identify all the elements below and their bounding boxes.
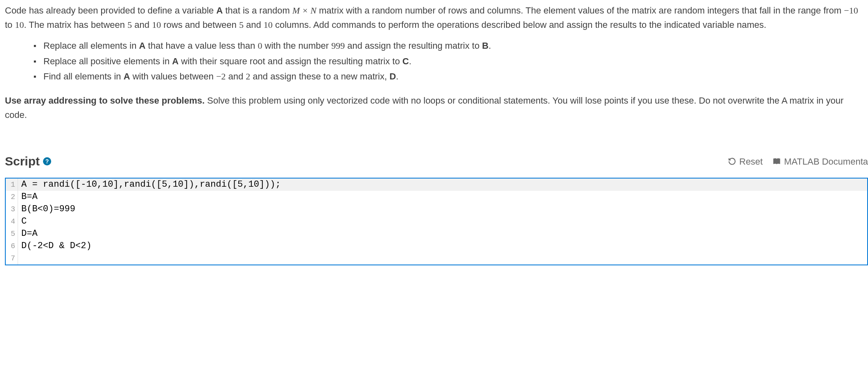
math-999: 999 [331,41,345,51]
text: matrix with a random number of rows and … [316,5,844,16]
text: to [5,20,15,30]
text: Replace all elements in [43,41,139,51]
script-title-wrap: Script ? [5,152,51,171]
docs-label: MATLAB Documenta [784,154,868,169]
code-line[interactable]: 2B=A [6,191,867,203]
line-content[interactable] [18,252,867,265]
text: Find all elements in [43,71,124,81]
code-line[interactable]: 7 [6,252,867,265]
book-icon [773,157,781,165]
var-C: C [402,56,409,66]
math-0: 0 [258,41,262,51]
code-line[interactable]: 3B(B<0)=999 [6,203,867,215]
code-editor[interactable]: 1A = randi([-10,10],randi([5,10]),randi(… [5,178,868,265]
math-5b: 5 [239,20,244,30]
line-number: 3 [6,203,18,215]
math-2: 2 [246,71,250,81]
line-number: 5 [6,228,18,240]
text: and [244,20,264,30]
line-number: 7 [6,252,18,265]
text: . The matrix has between [24,20,127,30]
code-line[interactable]: 4C [6,215,867,228]
text: Replace all positive elements in [43,56,172,66]
text: . [396,71,398,81]
reset-icon [728,157,736,165]
text: columns. Add commands to perform the ope… [273,20,766,30]
line-content[interactable]: B(B<0)=999 [18,203,867,215]
script-title: Script [5,152,40,171]
code-line[interactable]: 5D=A [6,228,867,240]
problem-para-2: Use array addressing to solve these prob… [5,93,868,122]
documentation-link[interactable]: MATLAB Documenta [773,154,868,169]
script-header: Script ? Reset MATLAB Documenta [5,152,868,171]
line-content[interactable]: D=A [18,228,867,240]
bullet-item-2: Replace all positive elements in A with … [34,54,868,68]
math-mxn: M × N [292,5,316,16]
text: . [409,56,411,66]
var-A: A [216,5,223,16]
math-neg10: −10 [844,5,858,16]
var-D: D [389,71,396,81]
text: that is a random [223,5,292,16]
line-content[interactable]: B=A [18,191,867,203]
bullet-item-3: Find all elements in A with values betwe… [34,69,868,84]
problem-statement: Code has already been provided to define… [5,3,868,122]
text: and assign these to a new matrix, [250,71,389,81]
text: with the number [262,41,331,51]
script-actions: Reset MATLAB Documenta [728,154,868,169]
text: rows and between [161,20,239,30]
text: and [132,20,152,30]
var-B: B [482,41,488,51]
text: that have a value less than [145,41,258,51]
text: . [488,41,491,51]
text: and [226,71,246,81]
math-10b: 10 [152,20,161,30]
math-10c: 10 [264,20,273,30]
help-icon[interactable]: ? [43,157,51,165]
code-line[interactable]: 6D(-2<D & D<2) [6,240,867,252]
line-content[interactable]: A = randi([-10,10],randi([5,10]),randi([… [18,179,867,191]
bullet-list: Replace all elements in A that have a va… [5,38,868,84]
text: and assign the resulting matrix to [345,41,482,51]
line-number: 6 [6,240,18,252]
line-number: 1 [6,179,18,191]
bullet-item-1: Replace all elements in A that have a va… [34,38,868,53]
text: with values between [130,71,216,81]
text: with their square root and assign the re… [179,56,402,66]
line-content[interactable]: D(-2<D & D<2) [18,240,867,252]
line-content[interactable]: C [18,215,867,228]
code-line[interactable]: 1A = randi([-10,10],randi([5,10]),randi(… [6,179,867,191]
line-number: 4 [6,215,18,228]
math-neg2: −2 [216,71,226,81]
reset-label: Reset [739,154,763,169]
var-A: A [139,41,146,51]
problem-para-1: Code has already been provided to define… [5,3,868,32]
var-A: A [172,56,179,66]
reset-button[interactable]: Reset [728,154,763,169]
bold-instruction: Use array addressing to solve these prob… [5,95,205,106]
math-5: 5 [127,20,132,30]
text: Code has already been provided to define… [5,5,216,16]
var-A: A [124,71,130,81]
math-10: 10 [15,20,24,30]
line-number: 2 [6,191,18,203]
